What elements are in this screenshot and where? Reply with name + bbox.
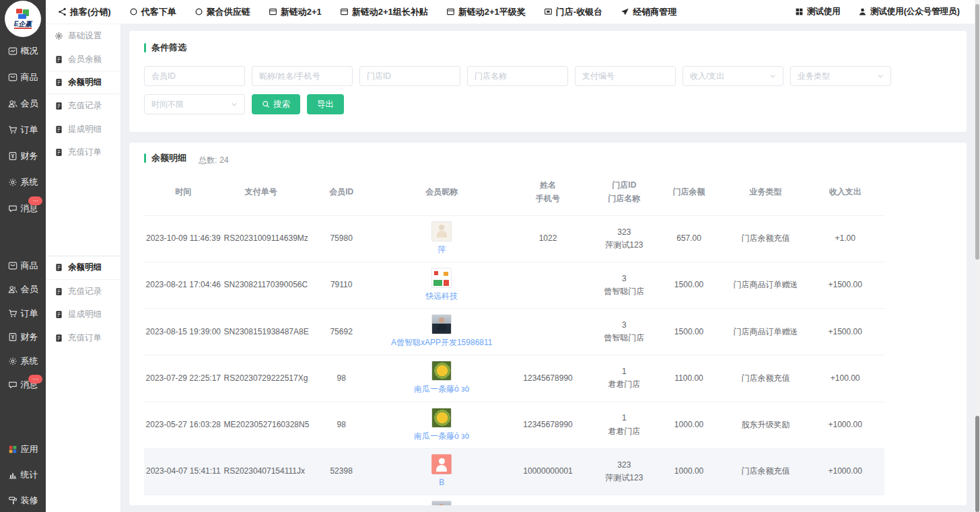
cell-payment-no: ME20230527160328N5 bbox=[223, 402, 300, 448]
submenu-item[interactable]: 提成明细 bbox=[46, 118, 120, 141]
sidebar-item[interactable]: 消息 bbox=[0, 373, 46, 398]
submenu-item[interactable]: 充值记录 bbox=[46, 94, 120, 118]
table-header-cell: 姓名 手机号 bbox=[500, 170, 596, 215]
sidebar-item[interactable]: 系统 bbox=[0, 349, 46, 373]
submenu-item[interactable]: 余额明细 bbox=[46, 71, 120, 94]
submenu-item[interactable]: 会员余额 bbox=[46, 48, 120, 71]
sidebar-item[interactable]: 消息 bbox=[0, 195, 46, 221]
export-button[interactable]: 导出 bbox=[307, 94, 344, 114]
cell-payment-no: RS20230407154111Jx bbox=[223, 448, 300, 495]
sidebar-item-icon bbox=[8, 332, 18, 342]
balance-detail-panel: 余额明细 总数:24 时间 支付单 bbox=[129, 143, 967, 505]
member-nickname-link[interactable]: A曾智聪xAPP开发15986811 bbox=[384, 336, 499, 349]
topnav-item[interactable]: 新链动2+1平级奖 bbox=[446, 6, 526, 18]
cell-time: 2023-03-20 14:53:29 bbox=[144, 495, 223, 505]
sidebar-item-icon bbox=[8, 496, 18, 505]
topnav-item[interactable]: 新链动2+1 bbox=[269, 6, 322, 18]
sidebar-item-label: 系统 bbox=[21, 355, 38, 367]
member-nickname-link[interactable]: 萍 bbox=[384, 244, 499, 256]
submenu-item[interactable]: 充值订单 bbox=[46, 141, 120, 164]
member-nickname-link[interactable]: B bbox=[384, 476, 499, 489]
sidebar-item-label: 会员 bbox=[21, 283, 38, 295]
topnav-item[interactable]: 代客下单 bbox=[129, 6, 176, 18]
sidebar-item[interactable]: 财务 bbox=[0, 143, 46, 169]
header-line1: 门店ID bbox=[597, 178, 652, 192]
cell-store-balance: 1500.00 bbox=[653, 262, 726, 308]
time-range-select[interactable]: 时间不限 bbox=[144, 94, 245, 114]
submenu-item-label: 充值记录 bbox=[68, 286, 102, 297]
member-nickname-link[interactable]: 快远科技 bbox=[384, 290, 499, 303]
store-name-input[interactable] bbox=[467, 66, 568, 86]
submenu-item[interactable]: 充值记录 bbox=[46, 280, 120, 303]
submenu-item[interactable]: 余额明细 bbox=[46, 256, 120, 280]
store-name: 君君门店 bbox=[597, 378, 652, 391]
search-button[interactable]: 搜索 bbox=[252, 94, 300, 114]
sidebar-item-icon bbox=[8, 357, 18, 366]
sidebar-item-label: 会员 bbox=[21, 98, 38, 110]
sidebar-item[interactable]: 系统 bbox=[0, 169, 46, 195]
sidebar-item[interactable]: 商品 bbox=[0, 254, 46, 278]
submenu-item-icon bbox=[55, 55, 63, 64]
topnav-item[interactable]: 经销商管理 bbox=[621, 6, 676, 18]
cell-phone: 10000000001 bbox=[500, 448, 596, 495]
cell-amount: +1000.00 bbox=[806, 402, 884, 448]
sidebar-item[interactable]: 商品 bbox=[0, 64, 46, 90]
sidebar-item-label: 装修 bbox=[21, 495, 38, 507]
cell-time: 2023-10-09 11:46:39 bbox=[144, 215, 223, 262]
cell-member-id: 3 bbox=[300, 495, 383, 505]
table-row: 2023-10-09 11:46:39 RS20231009114639Mz 7… bbox=[144, 215, 884, 262]
scrollbar-thumb[interactable] bbox=[975, 4, 979, 260]
table-title-text: 余额明细 bbox=[151, 152, 186, 164]
cell-phone bbox=[500, 495, 596, 505]
cell-store-balance: 1000.00 bbox=[653, 402, 726, 448]
topnav-item[interactable]: 推客(分销) bbox=[58, 6, 111, 18]
topnav-item[interactable]: 聚合供应链 bbox=[195, 6, 250, 18]
table-row: 2023-08-21 17:04:46 SN230821170390056C 7… bbox=[144, 262, 884, 308]
sidebar-item-icon bbox=[8, 445, 18, 454]
scrollbar-thumb[interactable] bbox=[975, 416, 979, 512]
member-nickname-link[interactable]: 南瓜一条藤ό зò bbox=[384, 383, 499, 396]
cell-payment-no: RS20230729222517Xg bbox=[223, 355, 300, 402]
store-name: 萍测试123 bbox=[597, 472, 652, 484]
member-avatar bbox=[431, 221, 452, 242]
sidebar-item-icon bbox=[8, 204, 18, 213]
table-header-cell: 会员昵称 bbox=[383, 170, 500, 215]
cell-store-balance: 600.00 bbox=[653, 495, 726, 505]
sidebar-item[interactable]: 概况 bbox=[0, 38, 46, 64]
income-expense-select[interactable]: 收入/支出 bbox=[682, 66, 783, 86]
topnav-account-item[interactable]: 测试使用(公众号管理员) bbox=[858, 6, 960, 17]
sidebar-item[interactable]: 财务 bbox=[0, 326, 46, 350]
sidebar-item[interactable]: 会员 bbox=[0, 90, 46, 116]
topnav-account-label: 测试使用 bbox=[807, 6, 841, 17]
submenu-item-icon bbox=[55, 263, 63, 272]
submenu-item-label: 充值记录 bbox=[68, 100, 102, 112]
topnav-item-label: 聚合供应链 bbox=[207, 6, 250, 18]
sidebar-item[interactable]: 统计 bbox=[0, 462, 46, 488]
store-id-input[interactable] bbox=[359, 66, 460, 86]
title-accent-bar bbox=[144, 43, 146, 52]
submenu-item-label: 提成明细 bbox=[68, 309, 102, 320]
topnav-account-item[interactable]: 测试使用 bbox=[795, 6, 841, 17]
nickname-name-phone-input[interactable] bbox=[252, 66, 353, 86]
store-name: 曾智聪门店 bbox=[597, 332, 652, 344]
topnav-item[interactable]: 新链动2+1组长补贴 bbox=[340, 6, 428, 18]
member-nickname-link[interactable]: 南瓜一条藤ό зò bbox=[384, 430, 499, 443]
sidebar-item[interactable]: 装修 bbox=[0, 488, 46, 512]
member-avatar bbox=[431, 408, 452, 428]
filter-title-text: 条件筛选 bbox=[151, 42, 186, 54]
member-id-input[interactable] bbox=[144, 66, 245, 86]
header-line2: 门店名称 bbox=[597, 192, 652, 205]
sidebar-item[interactable]: 订单 bbox=[0, 116, 46, 143]
sidebar-item[interactable]: 应用 bbox=[0, 437, 46, 462]
submenu-item[interactable]: 提成明细 bbox=[46, 303, 120, 326]
sidebar-item[interactable]: 订单 bbox=[0, 301, 46, 326]
topnav-item[interactable]: 门店-收银台 bbox=[544, 6, 602, 18]
store-id: 323 bbox=[597, 226, 652, 239]
payment-no-input[interactable] bbox=[575, 66, 676, 86]
submenu-item[interactable]: 基础设置 bbox=[46, 24, 120, 48]
sidebar-item[interactable]: 会员 bbox=[0, 278, 46, 302]
time-range-select-value: 时间不限 bbox=[151, 99, 184, 110]
business-type-select[interactable]: 业务类型 bbox=[790, 66, 891, 86]
topnav-item-label: 新链动2+1组长补贴 bbox=[352, 6, 428, 18]
submenu-item[interactable]: 充值订单 bbox=[46, 326, 120, 350]
